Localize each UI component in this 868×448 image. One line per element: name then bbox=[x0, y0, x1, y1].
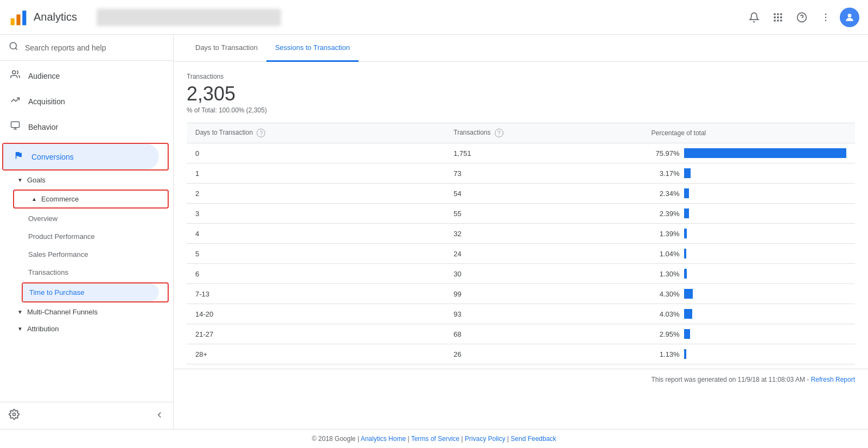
attribution-label: Attribution bbox=[27, 325, 59, 333]
search-placeholder: Search reports and help bbox=[25, 43, 106, 52]
cell-percentage: 2.34% bbox=[643, 184, 855, 204]
feedback-link[interactable]: Send Feedback bbox=[510, 435, 556, 443]
sidebar-item-sales-performance[interactable]: Sales Performance bbox=[0, 245, 173, 263]
attribution-arrow: ▼ bbox=[17, 326, 23, 332]
behavior-label: Behavior bbox=[28, 123, 58, 131]
data-table: Days to Transaction ? Transactions ? Per… bbox=[187, 123, 855, 364]
search-area[interactable]: Search reports and help bbox=[0, 35, 173, 61]
svg-point-24 bbox=[13, 413, 16, 416]
analytics-logo bbox=[9, 8, 28, 27]
cell-transactions: 99 bbox=[445, 284, 643, 304]
cell-percentage: 1.04% bbox=[643, 244, 855, 264]
notifications-button[interactable] bbox=[744, 8, 764, 27]
report-sub: % of Total: 100.00% (2,305) bbox=[187, 106, 855, 114]
table-row: 1 73 3.17% bbox=[187, 163, 855, 184]
sidebar-item-acquisition[interactable]: Acquisition bbox=[0, 89, 173, 114]
cell-percentage: 2.95% bbox=[643, 324, 855, 344]
svg-rect-11 bbox=[780, 20, 782, 21]
multi-channel-header[interactable]: ▼ Multi-Channel Funnels bbox=[0, 304, 173, 320]
audience-label: Audience bbox=[28, 72, 60, 80]
svg-point-16 bbox=[825, 20, 827, 21]
svg-point-18 bbox=[10, 42, 16, 49]
page-footer: © 2018 Google | Analytics Home | Terms o… bbox=[0, 429, 868, 448]
multi-channel-arrow: ▼ bbox=[17, 309, 23, 315]
sidebar-item-transactions[interactable]: Transactions bbox=[0, 263, 173, 281]
table-row: 14-20 93 4.03% bbox=[187, 304, 855, 324]
tabs-bar: Days to Transaction Sessions to Transact… bbox=[174, 35, 868, 62]
time-to-purchase-highlight-box: Time to Purchase bbox=[22, 282, 169, 302]
goals-arrow: ▼ bbox=[17, 177, 23, 183]
cell-percentage: 2.39% bbox=[643, 204, 855, 224]
cell-percentage: 3.17% bbox=[643, 163, 855, 184]
logo-area: Analytics bbox=[9, 8, 77, 27]
report-footer-text: This report was generated on 11/9/18 at … bbox=[651, 376, 805, 383]
table-row: 2 54 2.34% bbox=[187, 184, 855, 204]
cell-day: 2 bbox=[187, 184, 445, 204]
cell-transactions: 26 bbox=[445, 344, 643, 364]
table-row: 5 24 1.04% bbox=[187, 244, 855, 264]
cell-transactions: 73 bbox=[445, 163, 643, 184]
search-icon bbox=[9, 41, 18, 54]
main-layout: Search reports and help Audience bbox=[0, 35, 868, 429]
cell-day: 6 bbox=[187, 264, 445, 284]
svg-point-14 bbox=[825, 13, 827, 15]
refresh-report-link[interactable]: Refresh Report bbox=[811, 376, 855, 383]
sidebar-bottom bbox=[0, 402, 173, 429]
table-row: 21-27 68 2.95% bbox=[187, 324, 855, 344]
sidebar-item-audience[interactable]: Audience bbox=[0, 63, 173, 89]
cell-transactions: 54 bbox=[445, 184, 643, 204]
multi-channel-label: Multi-Channel Funnels bbox=[27, 308, 98, 316]
report-label: Transactions bbox=[187, 73, 855, 80]
sidebar-item-overview[interactable]: Overview bbox=[0, 210, 173, 228]
cell-transactions: 68 bbox=[445, 324, 643, 344]
cell-transactions: 93 bbox=[445, 304, 643, 324]
behavior-icon bbox=[9, 121, 22, 133]
svg-rect-3 bbox=[774, 13, 776, 15]
report-value: 2,305 bbox=[187, 83, 855, 105]
sidebar-item-conversions[interactable]: Conversions bbox=[3, 144, 159, 169]
tab-days-to-transaction[interactable]: Days to Transaction bbox=[187, 35, 266, 62]
tos-link[interactable]: Terms of Service bbox=[411, 435, 459, 443]
days-help-icon[interactable]: ? bbox=[257, 129, 265, 137]
settings-icon[interactable] bbox=[9, 409, 20, 422]
svg-rect-1 bbox=[16, 14, 20, 25]
user-avatar[interactable] bbox=[840, 8, 859, 27]
col-percentage: Percentage of total bbox=[643, 123, 855, 143]
cell-transactions: 1,751 bbox=[445, 143, 643, 163]
goals-label: Goals bbox=[27, 176, 46, 184]
goals-header[interactable]: ▼ Goals bbox=[0, 172, 173, 188]
ecommerce-header[interactable]: ▲ Ecommerce bbox=[14, 191, 168, 207]
ecommerce-highlight-box: ▲ Ecommerce bbox=[13, 190, 169, 209]
account-selector bbox=[97, 9, 281, 26]
privacy-link[interactable]: Privacy Policy bbox=[465, 435, 506, 443]
table-row: 0 1,751 75.97% bbox=[187, 143, 855, 163]
apps-button[interactable] bbox=[768, 8, 788, 27]
svg-rect-9 bbox=[774, 20, 776, 21]
help-button[interactable] bbox=[792, 8, 812, 27]
cell-day: 7-13 bbox=[187, 284, 445, 304]
cell-transactions: 24 bbox=[445, 244, 643, 264]
ecommerce-label: Ecommerce bbox=[41, 195, 79, 203]
svg-line-19 bbox=[15, 48, 17, 49]
table-container: Days to Transaction ? Transactions ? Per… bbox=[174, 123, 868, 364]
tab-sessions-to-transaction[interactable]: Sessions to Transaction bbox=[266, 35, 359, 62]
cell-percentage: 4.30% bbox=[643, 284, 855, 304]
report-footer: This report was generated on 11/9/18 at … bbox=[174, 369, 868, 390]
sidebar-item-time-to-purchase[interactable]: Time to Purchase bbox=[23, 283, 159, 301]
svg-rect-2 bbox=[22, 10, 26, 25]
sidebar-item-behavior[interactable]: Behavior bbox=[0, 114, 173, 140]
svg-rect-4 bbox=[777, 13, 778, 15]
acquisition-label: Acquisition bbox=[28, 97, 65, 106]
more-button[interactable] bbox=[816, 8, 835, 27]
collapse-button[interactable] bbox=[155, 410, 164, 421]
cell-percentage: 1.13% bbox=[643, 344, 855, 364]
cell-transactions: 32 bbox=[445, 224, 643, 244]
cell-percentage: 4.03% bbox=[643, 304, 855, 324]
sidebar-item-product-performance[interactable]: Product Performance bbox=[0, 228, 173, 245]
transactions-help-icon[interactable]: ? bbox=[495, 129, 503, 137]
cell-day: 21-27 bbox=[187, 324, 445, 344]
analytics-home-link[interactable]: Analytics Home bbox=[361, 435, 406, 443]
conversions-label: Conversions bbox=[31, 153, 74, 161]
col-days: Days to Transaction ? bbox=[187, 123, 445, 143]
attribution-header[interactable]: ▼ Attribution bbox=[0, 320, 173, 337]
